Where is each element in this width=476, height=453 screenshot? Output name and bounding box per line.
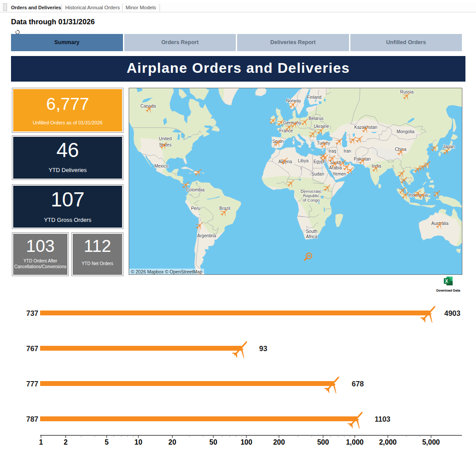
svg-text:Colombia: Colombia bbox=[186, 187, 205, 192]
svg-text:Sudan: Sudan bbox=[312, 172, 324, 176]
svg-text:Yemen: Yemen bbox=[333, 172, 346, 176]
svg-text:Mexico: Mexico bbox=[154, 164, 168, 168]
svg-text:South: South bbox=[306, 229, 317, 234]
svg-text:of Congo: of Congo bbox=[303, 198, 320, 202]
svg-text:Iran: Iran bbox=[343, 149, 351, 153]
svg-text:Libya: Libya bbox=[298, 158, 309, 163]
svg-text:Peru: Peru bbox=[191, 206, 200, 211]
svg-text:Russia: Russia bbox=[400, 90, 414, 94]
svg-text:Japan: Japan bbox=[443, 144, 454, 149]
svg-text:Germany: Germany bbox=[283, 120, 301, 125]
svg-text:Australia: Australia bbox=[431, 221, 449, 226]
svg-text:Belarus: Belarus bbox=[309, 116, 324, 121]
svg-text:Mongolia: Mongolia bbox=[397, 129, 415, 134]
svg-text:Ukraine: Ukraine bbox=[314, 124, 329, 129]
svg-text:Finland: Finland bbox=[307, 95, 322, 100]
svg-text:States: States bbox=[159, 142, 171, 147]
svg-text:Arabia: Arabia bbox=[329, 165, 342, 170]
svg-text:Argentina: Argentina bbox=[197, 233, 216, 238]
svg-text:Brazil: Brazil bbox=[219, 206, 230, 211]
svg-text:Iraq: Iraq bbox=[328, 149, 336, 153]
svg-text:X: X bbox=[445, 279, 448, 284]
svg-text:Norway: Norway bbox=[286, 98, 301, 103]
svg-text:United: United bbox=[159, 136, 172, 141]
svg-text:Africa: Africa bbox=[306, 234, 317, 239]
